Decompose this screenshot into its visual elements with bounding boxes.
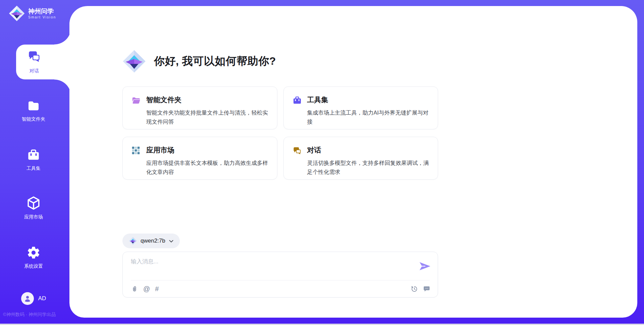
model-name: qwen2:7b bbox=[141, 238, 165, 244]
card-description: 灵活切换多模型文件，支持多样回复效果调试，满足个性化需求 bbox=[307, 158, 429, 177]
card-title: 应用市场 bbox=[146, 145, 268, 155]
send-button[interactable] bbox=[419, 262, 431, 271]
brand-logo-diamond-icon bbox=[9, 5, 25, 21]
sidebar-item-label: 对话 bbox=[30, 68, 39, 74]
feature-cards: 智能文件夹 智能文件夹功能支持批量文件上传与清洗，轻松实现文件问答 工具集 集成… bbox=[122, 86, 438, 180]
card-chat[interactable]: 对话 灵活切换多模型文件，支持多样回复效果调试，满足个性化需求 bbox=[283, 137, 438, 180]
hash-icon: # bbox=[155, 285, 159, 292]
sidebar-item-settings[interactable]: 系统设置 bbox=[0, 246, 67, 269]
history-icon bbox=[411, 285, 418, 292]
sidebar-item-label: 智能文件夹 bbox=[22, 116, 45, 122]
at-icon: @ bbox=[143, 285, 150, 292]
card-title: 对话 bbox=[307, 145, 429, 155]
brand-subtitle: Smart Vision bbox=[28, 15, 56, 19]
card-title: 工具集 bbox=[307, 95, 429, 105]
user-profile[interactable]: AD bbox=[0, 292, 67, 305]
card-description: 应用市场提供丰富长文本模板，助力高效生成多样化文章内容 bbox=[146, 158, 268, 177]
topic-button[interactable]: # bbox=[155, 285, 159, 292]
sidebar-item-label: 系统设置 bbox=[24, 263, 43, 269]
toolbox-icon bbox=[292, 95, 302, 129]
user-initials: AD bbox=[38, 295, 46, 302]
attach-file-button[interactable] bbox=[131, 285, 138, 292]
card-toolset[interactable]: 工具集 集成市场上主流工具，助力AI与外界无缝扩展与对接 bbox=[283, 86, 438, 129]
sidebar-item-label: 工具集 bbox=[26, 166, 41, 172]
paperclip-icon bbox=[131, 285, 138, 292]
taskbar-edge bbox=[0, 324, 644, 325]
assistant-logo-diamond-icon bbox=[122, 50, 146, 73]
message-input[interactable] bbox=[131, 258, 406, 277]
chevron-down-icon bbox=[169, 238, 173, 244]
composer-toolbar: @ # bbox=[131, 280, 430, 297]
app-grid-icon bbox=[131, 145, 141, 179]
sidebar-item-market[interactable]: 应用市场 bbox=[0, 196, 67, 220]
cube-icon bbox=[26, 196, 41, 210]
chat-icon bbox=[27, 50, 41, 65]
avatar bbox=[21, 292, 34, 305]
send-icon bbox=[419, 262, 431, 271]
message-composer: @ # bbox=[122, 252, 438, 298]
folder-open-icon bbox=[131, 95, 141, 129]
brand: 神州问学 Smart Vision bbox=[9, 5, 56, 21]
folder-icon bbox=[26, 99, 41, 113]
greeting: 你好, 我可以如何帮助你? bbox=[122, 50, 276, 73]
chat-bubble-icon bbox=[423, 285, 430, 292]
greeting-text: 你好, 我可以如何帮助你? bbox=[154, 54, 276, 69]
sidebar-item-folders[interactable]: 智能文件夹 bbox=[0, 99, 67, 122]
sidebar-item-chat[interactable]: 对话 bbox=[16, 45, 71, 79]
card-title: 智能文件夹 bbox=[146, 95, 268, 105]
model-logo-diamond-icon bbox=[129, 237, 137, 245]
card-smart-folder[interactable]: 智能文件夹 智能文件夹功能支持批量文件上传与清洗，轻松实现文件问答 bbox=[122, 86, 277, 129]
model-selector[interactable]: qwen2:7b bbox=[122, 234, 180, 248]
card-description: 智能文件夹功能支持批量文件上传与清洗，轻松实现文件问答 bbox=[146, 108, 268, 126]
content-area: 你好, 我可以如何帮助你? 智能文件夹 智能文件夹功能支持批量文件上传与清洗，轻… bbox=[122, 0, 438, 325]
new-chat-button[interactable] bbox=[423, 285, 430, 292]
sidebar: 神州问学 Smart Vision 对话 智能文件夹 bbox=[0, 0, 69, 325]
card-description: 集成市场上主流工具，助力AI与外界无缝扩展与对接 bbox=[307, 108, 429, 126]
person-icon bbox=[23, 295, 32, 303]
sidebar-item-tools[interactable]: 工具集 bbox=[0, 148, 67, 172]
brand-name: 神州问学 bbox=[28, 8, 56, 15]
toolbox-icon bbox=[26, 148, 41, 162]
card-app-market[interactable]: 应用市场 应用市场提供丰富长文本模板，助力高效生成多样化文章内容 bbox=[122, 137, 277, 180]
sidebar-item-label: 应用市场 bbox=[24, 214, 43, 220]
copyright-footer: ©神州数码 · 神州问学出品 bbox=[3, 312, 70, 318]
gear-icon bbox=[26, 246, 41, 260]
mention-button[interactable]: @ bbox=[143, 285, 150, 292]
chat-bubbles-icon bbox=[292, 145, 302, 179]
history-button[interactable] bbox=[411, 285, 418, 292]
